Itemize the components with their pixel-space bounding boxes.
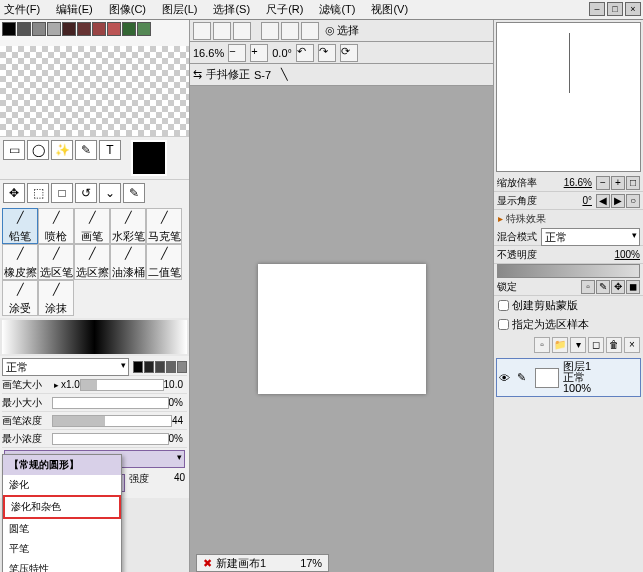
layer-item[interactable]: 👁 ✎ 图层1 正常 100% (496, 358, 641, 397)
opacity-slider[interactable] (497, 264, 640, 278)
toolbar-button[interactable] (281, 22, 299, 40)
popup-item[interactable]: 圆笔 (3, 519, 121, 539)
maximize-button[interactable]: □ (607, 2, 623, 16)
reset-view-button[interactable]: ⟳ (340, 44, 358, 62)
popup-item[interactable]: 渗化 (3, 475, 121, 495)
menu-select[interactable]: 选择(S) (213, 2, 250, 17)
shape-tool[interactable]: □ (51, 183, 73, 203)
edit-icon[interactable]: ✎ (517, 371, 531, 384)
rotate-right-button[interactable]: ▶ (611, 194, 625, 208)
rect-select-tool[interactable]: ▭ (3, 140, 25, 160)
brush-tool-涂抹[interactable]: ╱涂抹 (38, 280, 74, 316)
prop-slider[interactable] (52, 415, 172, 427)
swatch[interactable] (17, 22, 31, 36)
stabilizer-dropdown[interactable]: S-7 (254, 69, 271, 81)
minimize-button[interactable]: – (589, 2, 605, 16)
pen-tool[interactable]: ✎ (123, 183, 145, 203)
foreground-color[interactable] (131, 140, 167, 176)
lock-paint-button[interactable]: ✎ (596, 280, 610, 294)
lock-all-button[interactable]: ◼ (626, 280, 640, 294)
brush-tool-橡皮擦[interactable]: ╱橡皮擦 (2, 244, 38, 280)
brush-tool-涂受[interactable]: ╱涂受 (2, 280, 38, 316)
eyedropper-tool[interactable]: ✎ (75, 140, 97, 160)
menu-view[interactable]: 视图(V) (371, 2, 408, 17)
rotation-dropdown[interactable]: 0.0° (272, 47, 292, 59)
swatch[interactable] (137, 22, 151, 36)
close-icon[interactable]: ✖ (203, 557, 212, 570)
prop-slider[interactable] (80, 379, 164, 391)
merge-button[interactable]: ▾ (570, 337, 586, 353)
popup-header[interactable]: 【常规的圆形】 (3, 455, 121, 475)
zoom-fit-button[interactable]: □ (626, 176, 640, 190)
popup-item[interactable]: 渗化和杂色 (3, 495, 121, 519)
rotate-cw-button[interactable]: ↷ (318, 44, 336, 62)
brush-tool-铅笔[interactable]: ╱铅笔 (2, 208, 38, 244)
menu-file[interactable]: 文件(F) (4, 2, 40, 17)
close-button[interactable]: × (625, 2, 641, 16)
brush-edge-selector[interactable] (133, 361, 187, 373)
prop-slider[interactable] (52, 433, 169, 445)
brush-tool-马克笔[interactable]: ╱马克笔 (146, 208, 182, 244)
toolbar-button[interactable] (233, 22, 251, 40)
toolbar-button[interactable] (301, 22, 319, 40)
lasso-tool[interactable]: ◯ (27, 140, 49, 160)
swatch[interactable] (32, 22, 46, 36)
wand-tool[interactable]: ✨ (51, 140, 73, 160)
toolbar-button[interactable] (193, 22, 211, 40)
clear-button[interactable]: ◻ (588, 337, 604, 353)
popup-item[interactable]: 笔压特性 (3, 559, 121, 572)
rotate-left-button[interactable]: ◀ (596, 194, 610, 208)
rotate-reset-button[interactable]: ○ (626, 194, 640, 208)
rotate-tool[interactable]: ↺ (75, 183, 97, 203)
hand-tool[interactable]: ⌄ (99, 183, 121, 203)
blend-mode-dropdown[interactable]: 正常 (2, 358, 129, 376)
brush-tool-水彩笔[interactable]: ╱水彩笔 (110, 208, 146, 244)
menu-layer[interactable]: 图层(L) (162, 2, 197, 17)
brush-tool-二值笔[interactable]: ╱二值笔 (146, 244, 182, 280)
toolbar-button[interactable] (261, 22, 279, 40)
zoom-in-button[interactable]: + (611, 176, 625, 190)
rotate-ccw-button[interactable]: ↶ (296, 44, 314, 62)
move-tool[interactable]: ✥ (3, 183, 25, 203)
zoom-in-button[interactable]: + (250, 44, 268, 62)
zoom-out-button[interactable]: − (228, 44, 246, 62)
layer-blend-dropdown[interactable]: 正常 (541, 228, 640, 246)
swatch[interactable] (107, 22, 121, 36)
menu-ruler[interactable]: 尺子(R) (266, 2, 303, 17)
text-tool[interactable]: T (99, 140, 121, 160)
zoom-dropdown[interactable]: 16.6% (193, 47, 224, 59)
close-panel-button[interactable]: × (624, 337, 640, 353)
menu-image[interactable]: 图像(C) (109, 2, 146, 17)
swatch[interactable] (47, 22, 61, 36)
brush-tool-选区擦[interactable]: ╱选区擦 (74, 244, 110, 280)
clipping-mask-checkbox[interactable] (498, 300, 509, 311)
canvas[interactable] (258, 264, 426, 394)
swatch[interactable] (62, 22, 76, 36)
delete-layer-button[interactable]: 🗑 (606, 337, 622, 353)
document-tab[interactable]: ✖ 新建画布1 17% (196, 554, 329, 572)
lock-move-button[interactable]: ✥ (611, 280, 625, 294)
brush-tool-画笔[interactable]: ╱画笔 (74, 208, 110, 244)
popup-item[interactable]: 平笔 (3, 539, 121, 559)
visibility-icon[interactable]: 👁 (499, 372, 513, 384)
brush-tool-选区笔[interactable]: ╱选区笔 (38, 244, 74, 280)
swatch[interactable] (77, 22, 91, 36)
swatch[interactable] (122, 22, 136, 36)
scratchpad[interactable] (0, 46, 189, 136)
swatch[interactable] (92, 22, 106, 36)
brush-tool-油漆桶[interactable]: ╱油漆桶 (110, 244, 146, 280)
lock-alpha-button[interactable]: ▫ (581, 280, 595, 294)
swatch[interactable] (2, 22, 16, 36)
new-layer-button[interactable]: ▫ (534, 337, 550, 353)
toolbar-button[interactable] (213, 22, 231, 40)
selection-source-checkbox[interactable] (498, 319, 509, 330)
crop-tool[interactable]: ⬚ (27, 183, 49, 203)
menu-filter[interactable]: 滤镜(T) (319, 2, 355, 17)
brush-tool-喷枪[interactable]: ╱喷枪 (38, 208, 74, 244)
menu-edit[interactable]: 编辑(E) (56, 2, 93, 17)
new-folder-button[interactable]: 📁 (552, 337, 568, 353)
navigator-panel[interactable] (496, 22, 641, 172)
prop-slider[interactable] (52, 397, 169, 409)
effects-section[interactable]: 特殊效果 (494, 210, 643, 228)
zoom-out-button[interactable]: − (596, 176, 610, 190)
